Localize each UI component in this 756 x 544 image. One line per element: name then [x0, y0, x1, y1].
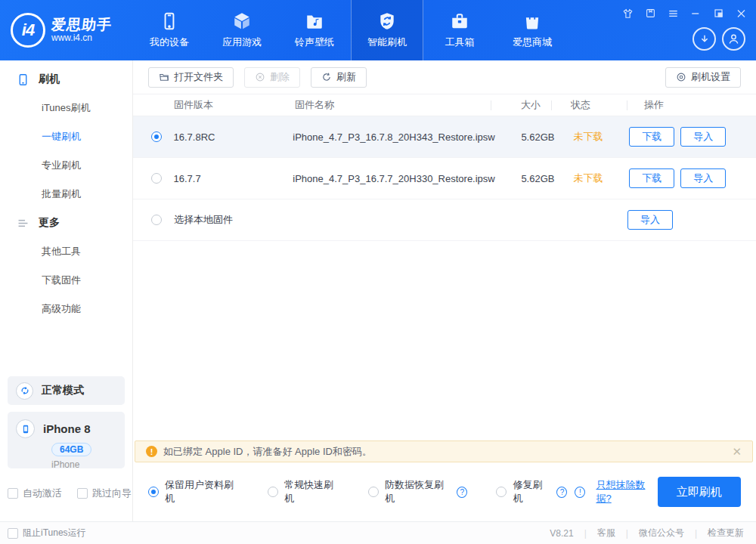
checkbox-box — [8, 528, 18, 539]
firmware-row[interactable]: 16.7.7 iPhone_4.7_P3_16.7.7_20H330_Resto… — [133, 158, 756, 199]
download-button[interactable]: 下载 — [629, 127, 674, 147]
divider: | — [626, 528, 628, 539]
option-anti-recovery-flash[interactable]: 防数据恢复刷机 ? — [368, 478, 467, 505]
firmware-radio[interactable] — [151, 173, 162, 184]
more-lines-icon — [17, 217, 29, 230]
sidebar-item-itunes-flash[interactable]: iTunes刷机 — [0, 94, 132, 122]
minimize-icon[interactable] — [690, 8, 702, 19]
mode-label: 正常模式 — [42, 384, 84, 397]
connected-device-card[interactable]: iPhone 8 64GB iPhone — [8, 412, 125, 468]
sidebar-item-advanced[interactable]: 高级功能 — [0, 295, 132, 323]
download-button[interactable]: 下载 — [629, 168, 674, 188]
flash-now-button[interactable]: 立即刷机 — [658, 477, 741, 507]
table-header: 固件版本 固件名称 大小 状态 操作 — [133, 94, 756, 116]
divider: | — [584, 528, 587, 539]
iphone-icon — [16, 419, 35, 438]
notice-close-icon[interactable]: ✕ — [732, 445, 742, 459]
logo: i4 爱思助手 www.i4.cn — [0, 0, 133, 60]
sidebar-item-batch-flash[interactable]: 批量刷机 — [0, 180, 132, 209]
shield-flash-icon — [377, 11, 397, 31]
nav-label: 爱思商城 — [513, 36, 552, 49]
customer-service-link[interactable]: 客服 — [597, 527, 615, 539]
checkbox-label: 自动激活 — [23, 487, 62, 500]
block-itunes-checkbox[interactable]: 阻止iTunes运行 — [8, 527, 86, 539]
auto-activate-checkbox[interactable]: 自动激活 — [8, 487, 62, 500]
import-button[interactable]: 导入 — [680, 168, 726, 188]
skin-icon[interactable] — [622, 8, 634, 19]
firmware-status: 未下载 — [554, 130, 629, 144]
sidebar-item-other-tools[interactable]: 其他工具 — [0, 237, 132, 266]
firmware-name: iPhone_4.7_P3_16.7.8_20H343_Restore.ipsw — [279, 131, 494, 143]
nav-label: 智能刷机 — [367, 36, 407, 49]
option-normal-fast-flash[interactable]: 常规快速刷机 — [268, 478, 339, 505]
shopping-bag-icon — [522, 11, 542, 31]
erase-data-link[interactable]: 只想抹除数据? — [596, 478, 657, 505]
firmware-radio[interactable] — [151, 131, 162, 142]
maximize-icon[interactable] — [713, 8, 724, 19]
device-mode-card[interactable]: 正常模式 — [8, 376, 125, 405]
firmware-row[interactable]: 16.7.8RC iPhone_4.7_P3_16.7.8_20H343_Res… — [133, 116, 756, 158]
checkbox-box — [8, 488, 18, 499]
sidebar-item-pro-flash[interactable]: 专业刷机 — [0, 151, 132, 180]
sidebar-item-download-firmware[interactable]: 下载固件 — [0, 266, 132, 295]
section-title: 刷机 — [39, 73, 60, 86]
open-folder-button[interactable]: 打开文件夹 — [148, 67, 234, 88]
menu-icon[interactable] — [668, 8, 679, 19]
option-radio — [268, 487, 278, 497]
firmware-version: 16.7.8RC — [174, 131, 280, 143]
sidebar-section-flash: 刷机 — [0, 65, 132, 94]
nav-apps-games[interactable]: 应用游戏 — [206, 0, 278, 60]
app-version: V8.21 — [550, 528, 573, 539]
option-keep-data-flash[interactable]: 保留用户资料刷机 — [148, 478, 239, 505]
option-radio — [148, 487, 159, 497]
apple-id-notice: ! 如已绑定 Apple ID，请准备好 Apple ID和密码。 ✕ — [135, 440, 753, 462]
sidebar-section-more: 更多 — [0, 209, 132, 237]
firmware-radio[interactable] — [151, 215, 162, 225]
device-capacity-badge: 64GB — [51, 443, 91, 456]
download-manager-icon[interactable] — [692, 27, 716, 51]
nav-smart-flash[interactable]: 智能刷机 — [351, 0, 423, 60]
ringtone-folder-icon — [305, 11, 324, 31]
section-title: 更多 — [39, 216, 60, 230]
option-radio — [496, 487, 507, 497]
import-button[interactable]: 导入 — [680, 127, 726, 147]
col-firmware-name: 固件名称 — [295, 98, 334, 112]
nav-toolbox[interactable]: 工具箱 — [423, 0, 496, 60]
refresh-icon — [321, 72, 332, 82]
nav-my-devices[interactable]: 我的设备 — [133, 0, 206, 60]
info-icon[interactable]: ! — [575, 487, 585, 498]
device-type: iPhone — [51, 459, 125, 470]
refresh-button[interactable]: 刷新 — [311, 67, 367, 88]
toolbox-icon — [450, 11, 469, 31]
local-firmware-row[interactable]: 选择本地固件 导入 — [133, 199, 756, 241]
delete-circle-icon — [255, 72, 265, 82]
flash-settings-label: 刷机设置 — [691, 70, 730, 84]
help-icon[interactable]: ? — [457, 487, 467, 498]
nav-ringtones-wallpapers[interactable]: 铃声壁纸 — [278, 0, 351, 60]
check-update-link[interactable]: 检查更新 — [708, 527, 744, 539]
sidebar-item-one-click-flash[interactable]: 一键刷机 — [0, 122, 132, 151]
col-actions: 操作 — [644, 98, 664, 112]
col-status: 状态 — [571, 98, 590, 112]
col-firmware-version: 固件版本 — [174, 99, 224, 110]
window-controls — [622, 8, 747, 19]
flash-settings-button[interactable]: 刷机设置 — [665, 67, 741, 88]
nav-label: 应用游戏 — [222, 36, 262, 49]
connection-mode-icon — [16, 382, 33, 400]
skip-setup-checkbox[interactable]: 跳过向导 — [77, 487, 132, 500]
delete-button[interactable]: 删除 — [244, 67, 300, 88]
option-label: 保留用户资料刷机 — [165, 478, 239, 505]
import-button[interactable]: 导入 — [627, 210, 673, 230]
help-icon[interactable]: ? — [556, 487, 567, 498]
header: i4 爱思助手 www.i4.cn 我的设备 应用游戏 铃声壁纸 智能刷机 — [0, 0, 756, 60]
option-repair-flash[interactable]: 修复刷机 ? ! — [496, 478, 585, 505]
checkbox-label: 阻止iTunes运行 — [23, 527, 86, 539]
close-icon[interactable] — [736, 8, 747, 19]
col-size: 大小 — [521, 98, 541, 112]
user-account-icon[interactable] — [722, 27, 745, 51]
wechat-official-link[interactable]: 微信公众号 — [639, 527, 684, 539]
nav-store[interactable]: 爱思商城 — [496, 0, 569, 60]
feedback-icon[interactable] — [645, 8, 656, 19]
header-quick-actions — [692, 27, 745, 51]
sidebar: 刷机 iTunes刷机 一键刷机 专业刷机 批量刷机 更多 其他工具 下载固件 … — [0, 60, 133, 521]
